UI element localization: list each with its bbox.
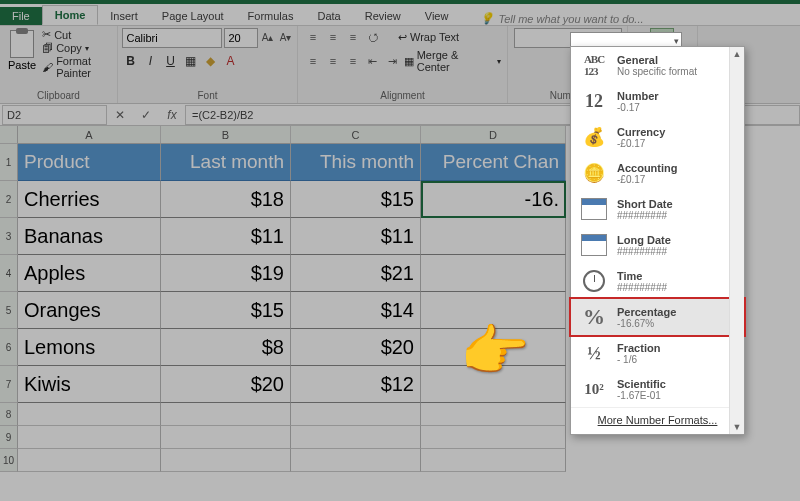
more-number-formats-link[interactable]: More Number Formats... [571, 407, 744, 432]
align-right-button[interactable]: ≡ [344, 52, 362, 70]
paste-button[interactable]: Paste [6, 28, 38, 79]
cancel-formula-button[interactable]: ✕ [111, 108, 129, 122]
cell[interactable]: $21 [291, 255, 421, 292]
tab-file[interactable]: File [0, 7, 42, 25]
cell[interactable]: Kiwis [18, 366, 161, 403]
select-all-corner[interactable] [0, 126, 18, 144]
cell[interactable]: $20 [161, 366, 291, 403]
wrap-text-button[interactable]: ↩Wrap Text [398, 31, 459, 44]
copy-button[interactable]: 🗐Copy ▾ [42, 42, 111, 54]
align-left-button[interactable]: ≡ [304, 52, 322, 70]
cell[interactable]: Cherries [18, 181, 161, 218]
row-header[interactable]: 8 [0, 403, 18, 426]
cell[interactable] [421, 426, 566, 449]
row-header[interactable]: 4 [0, 255, 18, 292]
align-bottom-button[interactable]: ≡ [344, 28, 362, 46]
row-header[interactable]: 3 [0, 218, 18, 255]
row-header[interactable]: 2 [0, 181, 18, 218]
cell[interactable]: $20 [291, 329, 421, 366]
row-header[interactable]: 7 [0, 366, 18, 403]
format-option-time[interactable]: Time######### [571, 263, 744, 299]
tab-page-layout[interactable]: Page Layout [150, 7, 236, 25]
merge-center-button[interactable]: ▦Merge & Center ▾ [404, 49, 501, 73]
cell[interactable]: Lemons [18, 329, 161, 366]
cell[interactable] [421, 218, 566, 255]
fill-color-button[interactable]: ◆ [202, 52, 220, 70]
format-option-accounting[interactable]: 🪙 Accounting-£0.17 [571, 155, 744, 191]
cell[interactable] [18, 449, 161, 472]
row-header[interactable]: 10 [0, 449, 18, 472]
enter-formula-button[interactable]: ✓ [137, 108, 155, 122]
cell[interactable]: $15 [291, 181, 421, 218]
cell[interactable]: Apples [18, 255, 161, 292]
col-header-C[interactable]: C [291, 126, 421, 144]
cell[interactable] [291, 449, 421, 472]
row-header[interactable]: 6 [0, 329, 18, 366]
tab-view[interactable]: View [413, 7, 461, 25]
tab-data[interactable]: Data [305, 7, 352, 25]
name-box[interactable] [2, 105, 107, 125]
format-option-scientific[interactable]: 10² Scientific-1.67E-01 [571, 371, 744, 407]
format-option-percentage[interactable]: % Percentage-16.67% [571, 299, 744, 335]
underline-button[interactable]: U [162, 52, 180, 70]
row-header[interactable]: 1 [0, 144, 18, 181]
cell[interactable]: $19 [161, 255, 291, 292]
italic-button[interactable]: I [142, 52, 160, 70]
cell[interactable]: -16. [421, 181, 566, 218]
cell[interactable] [421, 449, 566, 472]
cell[interactable] [161, 449, 291, 472]
cell[interactable] [291, 403, 421, 426]
orientation-button[interactable]: ⭯ [364, 28, 382, 46]
cell[interactable]: $18 [161, 181, 291, 218]
increase-indent-button[interactable]: ⇥ [384, 52, 402, 70]
tab-formulas[interactable]: Formulas [236, 7, 306, 25]
cell[interactable] [161, 426, 291, 449]
cell[interactable]: $12 [291, 366, 421, 403]
align-center-button[interactable]: ≡ [324, 52, 342, 70]
borders-button[interactable]: ▦ [182, 52, 200, 70]
cell[interactable]: $11 [291, 218, 421, 255]
format-option-general[interactable]: ABC123 GeneralNo specific format [571, 47, 744, 83]
cell[interactable]: Oranges [18, 292, 161, 329]
cell[interactable] [161, 403, 291, 426]
tell-me-search[interactable]: 💡Tell me what you want to do... [480, 12, 643, 25]
format-option-long-date[interactable]: Long Date######### [571, 227, 744, 263]
format-option-number[interactable]: 12 Number-0.17 [571, 83, 744, 119]
fx-button[interactable]: fx [163, 108, 181, 122]
format-option-currency[interactable]: 💰 Currency-£0.17 [571, 119, 744, 155]
cell[interactable]: This month [291, 144, 421, 181]
font-color-button[interactable]: A [222, 52, 240, 70]
cell[interactable]: Product [18, 144, 161, 181]
cell[interactable]: $15 [161, 292, 291, 329]
cell[interactable]: Bananas [18, 218, 161, 255]
align-top-button[interactable]: ≡ [304, 28, 322, 46]
cell[interactable] [18, 403, 161, 426]
dropdown-scrollbar[interactable]: ▲ ▼ [729, 47, 744, 434]
align-middle-button[interactable]: ≡ [324, 28, 342, 46]
cell[interactable]: $11 [161, 218, 291, 255]
format-option-short-date[interactable]: Short Date######### [571, 191, 744, 227]
format-option-fraction[interactable]: ½ Fraction- 1/6 [571, 335, 744, 371]
tab-home[interactable]: Home [42, 5, 99, 25]
tab-insert[interactable]: Insert [98, 7, 150, 25]
cell[interactable] [291, 426, 421, 449]
cell[interactable] [18, 426, 161, 449]
col-header-D[interactable]: D [421, 126, 566, 144]
row-header[interactable]: 9 [0, 426, 18, 449]
bold-button[interactable]: B [122, 52, 140, 70]
increase-font-button[interactable]: A▴ [260, 30, 276, 46]
tab-review[interactable]: Review [353, 7, 413, 25]
font-name-combo[interactable] [122, 28, 222, 48]
col-header-B[interactable]: B [161, 126, 291, 144]
col-header-A[interactable]: A [18, 126, 161, 144]
cell[interactable]: $8 [161, 329, 291, 366]
cell[interactable]: $14 [291, 292, 421, 329]
cell[interactable] [421, 403, 566, 426]
cut-button[interactable]: ✂Cut [42, 28, 111, 41]
format-painter-button[interactable]: 🖌Format Painter [42, 55, 111, 79]
cell[interactable] [421, 255, 566, 292]
decrease-indent-button[interactable]: ⇤ [364, 52, 382, 70]
cell[interactable]: Last month [161, 144, 291, 181]
font-size-combo[interactable] [224, 28, 258, 48]
cell[interactable]: Percent Chan [421, 144, 566, 181]
